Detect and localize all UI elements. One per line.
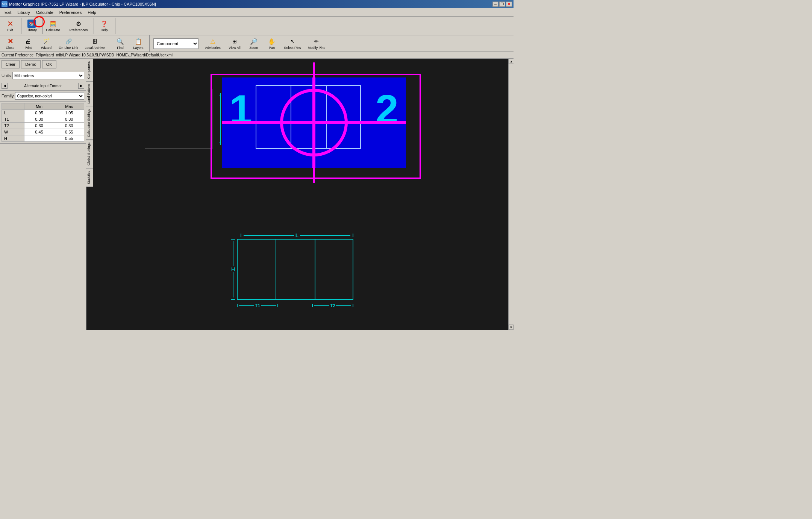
dim-row-min: [24, 135, 54, 142]
demo-button[interactable]: Demo: [21, 60, 40, 68]
toolbar-group-help: ❓ Help: [95, 18, 115, 34]
crosshair-vertical: [312, 77, 315, 168]
menu-bar: Exit Library Calculate Preferences Help: [0, 8, 514, 17]
menu-library[interactable]: Library: [14, 9, 33, 15]
table-row: H0.55: [2, 135, 84, 142]
find-button[interactable]: 🔍 Find: [112, 36, 129, 52]
advisories-button[interactable]: ⚠ Advisories: [201, 36, 224, 52]
restore-button[interactable]: ❐: [499, 2, 505, 7]
menu-exit[interactable]: Exit: [2, 9, 14, 15]
minimize-button[interactable]: ─: [492, 2, 498, 7]
side-tab-component[interactable]: Component: [86, 59, 93, 82]
layers-icon: 📋: [134, 37, 142, 46]
library-icon: 📚: [27, 20, 36, 28]
preferences-icon: ⚙: [74, 20, 83, 28]
layers-button[interactable]: 📋 Layers: [130, 36, 147, 52]
wizard-label: Wizard: [41, 46, 52, 50]
menu-help[interactable]: Help: [85, 9, 99, 15]
clear-button[interactable]: Clear: [2, 60, 20, 68]
prev-format-button[interactable]: ◀: [2, 83, 8, 89]
side-tab-global-settings[interactable]: Global Settings: [86, 140, 93, 168]
exit-icon: ✕: [6, 20, 14, 28]
print-button[interactable]: 🖨 Print: [20, 36, 37, 52]
menu-preferences[interactable]: Preferences: [56, 9, 85, 15]
dim-row-min: 0.45: [24, 129, 54, 135]
side-tab-statistics[interactable]: Statistics: [86, 168, 93, 187]
viewall-button[interactable]: ⊞ View All: [225, 36, 244, 52]
t2-dim-row: T2: [312, 300, 353, 311]
t2-line: [314, 305, 329, 306]
dim-row-max: 1.05: [54, 110, 84, 116]
help-button[interactable]: ❓ Help: [95, 18, 113, 34]
units-row: Units Millimeters: [0, 70, 86, 81]
toolbar2-group-3: ⚠ Advisories ⊞ View All 🔎 Zoom ✋ Pan ↖: [201, 35, 331, 52]
wizard-button[interactable]: 🪄 Wizard: [38, 36, 55, 52]
family-select[interactable]: Capacitor, non-polari: [15, 92, 84, 100]
zoom-button[interactable]: 🔎 Zoom: [245, 36, 262, 52]
t2-line-2: [336, 305, 351, 306]
calculate-button[interactable]: 🧮 Calculate: [44, 18, 62, 34]
toolbar-secondary: ✕ Close 🖨 Print 🪄 Wizard 🔗 On-Line-Link …: [0, 35, 514, 52]
main-content: Clear Demo OK Units Millimeters ◀ Altern…: [0, 59, 514, 330]
blue-inner-area: 1 2: [222, 77, 406, 168]
ok-button[interactable]: OK: [42, 60, 56, 68]
archive-label: Local Archive: [85, 46, 105, 50]
h-dim-col: H: [229, 239, 237, 300]
t1-line: [239, 305, 254, 306]
modify-pins-button[interactable]: ✏ Modify Pins: [304, 36, 329, 52]
print-label: Print: [25, 46, 32, 50]
exit-button[interactable]: ✕ Exit: [2, 18, 19, 34]
info-bar: Current Preference F:\lpwizard_mib\LP Wi…: [0, 52, 514, 59]
library-button[interactable]: 📚 Library: [23, 18, 40, 34]
circuit-display: 1 2: [211, 74, 421, 179]
bottom-diagram: L H T1: [229, 232, 357, 311]
t2-label: T2: [329, 303, 336, 308]
archive-button[interactable]: 🗄 Local Archive: [82, 36, 108, 52]
modify-pins-label: Modify Pins: [308, 46, 326, 50]
dim-row-min: 0.30: [24, 123, 54, 129]
close-button-t2[interactable]: ✕ Close: [2, 36, 19, 52]
print-icon: 🖨: [24, 37, 32, 46]
find-label: Find: [117, 46, 124, 50]
t1-dim-row: T1: [237, 300, 278, 311]
archive-icon: 🗄: [91, 37, 99, 46]
close-icon: ✕: [6, 37, 14, 46]
component-dropdown-wrap[interactable]: Component: [151, 38, 201, 49]
dim-row-min: 0.30: [24, 116, 54, 123]
table-row: T10.300.30: [2, 116, 84, 123]
online-button[interactable]: 🔗 On-Line-Link: [56, 36, 81, 52]
scroll-up-button[interactable]: ▲: [509, 59, 514, 64]
title-bar-buttons[interactable]: ─ ❐ ✕: [492, 2, 512, 7]
calculate-icon: 🧮: [49, 20, 57, 28]
l-arrow-left: [241, 234, 244, 237]
menu-calculate[interactable]: Calculate: [33, 9, 56, 15]
left-panel: Clear Demo OK Units Millimeters ◀ Altern…: [0, 59, 86, 330]
dimensions-table: Min Max L0.951.05T10.300.30T20.300.30W0.…: [2, 103, 84, 142]
zoom-label: Zoom: [249, 46, 258, 50]
modify-pins-icon: ✏: [312, 37, 321, 46]
pan-button[interactable]: ✋ Pan: [263, 36, 280, 52]
online-icon: 🔗: [64, 37, 73, 46]
dim-row-label: T2: [2, 123, 24, 129]
title-bar: MG Mentor Graphics IPC-7351 LP Wizard - …: [0, 0, 514, 8]
schematic-preview: ▲ ▼ W: [145, 89, 212, 149]
close-button[interactable]: ✕: [506, 2, 512, 7]
component-dropdown[interactable]: Component: [153, 38, 198, 49]
toolbar-group-preferences: ⚙ Preferences: [66, 18, 94, 34]
side-tab-calculator-settings[interactable]: Calculator Settings: [86, 106, 93, 140]
toolbar2-group-1: ✕ Close 🖨 Print 🪄 Wizard 🔗 On-Line-Link …: [2, 35, 110, 52]
scroll-down-button[interactable]: ▼: [509, 325, 514, 330]
units-select[interactable]: Millimeters: [12, 72, 84, 79]
t1-line-2: [261, 305, 276, 306]
next-format-button[interactable]: ▶: [78, 83, 84, 89]
select-pins-button[interactable]: ↖ Select Pins: [281, 36, 304, 52]
family-label: Family: [2, 94, 14, 98]
app-icon: MG: [2, 1, 8, 7]
table-row: L0.951.05: [2, 110, 84, 116]
canvas-area: ▲ ▼ W 1 2: [86, 59, 514, 330]
preferences-button[interactable]: ⚙ Preferences: [66, 18, 91, 34]
dim-row-label: L: [2, 110, 24, 116]
side-tab-land-pattern[interactable]: Land Pattern: [86, 82, 93, 106]
side-tabs: ComponentLand PatternCalculator Settings…: [86, 59, 93, 187]
body-divider-1: [276, 240, 276, 299]
